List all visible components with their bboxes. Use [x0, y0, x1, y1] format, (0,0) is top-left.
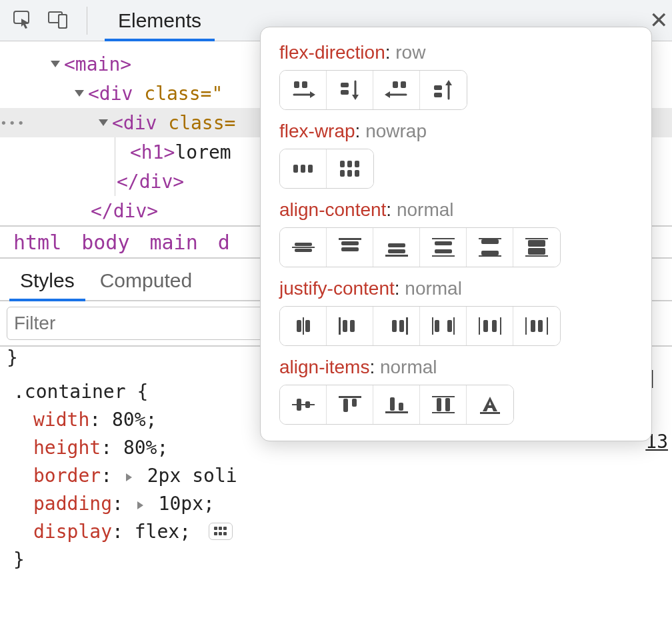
svg-rect-28 — [295, 249, 312, 252]
prop-name: justify-content — [279, 278, 395, 299]
align-items-stretch-icon[interactable] — [420, 385, 467, 424]
svg-rect-25 — [347, 170, 352, 177]
svg-rect-59 — [447, 320, 452, 332]
svg-rect-7 — [214, 532, 217, 535]
align-items-flex-start-icon[interactable] — [327, 385, 373, 424]
svg-rect-72 — [339, 396, 361, 398]
flex-direction-row-reverse-icon[interactable] — [373, 71, 420, 109]
svg-rect-38 — [435, 249, 452, 253]
flex-wrap-wrap-icon[interactable] — [327, 149, 373, 188]
svg-rect-42 — [481, 251, 499, 255]
svg-rect-18 — [293, 165, 298, 173]
prop-height[interactable]: height — [33, 437, 101, 459]
flex-direction-column-reverse-icon[interactable] — [420, 71, 467, 109]
val-padding[interactable]: 10px — [159, 493, 203, 515]
disclosure-arrow-icon[interactable] — [75, 90, 84, 97]
svg-rect-35 — [385, 255, 408, 257]
align-items-label: align-items: normal — [279, 357, 633, 378]
close-icon[interactable]: ✕ — [649, 7, 668, 33]
align-content-space-between-icon[interactable] — [467, 228, 513, 267]
attr-name: class= — [168, 112, 235, 134]
flex-wrap-nowrap-icon[interactable] — [280, 149, 327, 188]
prop-value: normal — [380, 357, 437, 377]
justify-content-flex-end-icon[interactable] — [373, 307, 420, 345]
svg-rect-54 — [392, 320, 397, 332]
svg-rect-58 — [435, 320, 439, 332]
svg-rect-63 — [492, 320, 497, 332]
tag-close: </div> — [91, 200, 158, 222]
justify-content-space-evenly-icon[interactable] — [513, 307, 560, 345]
disclosure-arrow-icon[interactable] — [99, 119, 108, 126]
prop-display[interactable]: display — [33, 521, 112, 543]
subtab-styles[interactable]: Styles — [16, 260, 79, 300]
svg-rect-48 — [297, 320, 301, 332]
prop-name: align-content — [279, 199, 386, 220]
tab-elements[interactable]: Elements — [105, 0, 215, 41]
justify-content-flex-start-icon[interactable] — [327, 307, 373, 345]
svg-rect-27 — [295, 243, 312, 246]
tree-indent-line — [115, 137, 115, 167]
align-content-label: align-content: normal — [279, 199, 633, 221]
crumb-div[interactable]: d — [218, 231, 230, 254]
prop-padding[interactable]: padding — [33, 493, 112, 515]
prop-value: row — [395, 42, 425, 63]
prop-value: normal — [397, 199, 454, 220]
svg-rect-64 — [500, 317, 501, 335]
svg-rect-32 — [341, 247, 359, 251]
tree-indent-line — [115, 167, 115, 196]
align-content-space-around-icon[interactable] — [420, 228, 467, 267]
align-items-center-icon[interactable] — [280, 385, 327, 424]
val-width[interactable]: 80% — [112, 409, 146, 431]
text-node: lorem — [175, 141, 231, 163]
justify-content-space-around-icon[interactable] — [467, 307, 513, 345]
flex-direction-row-icon[interactable] — [280, 71, 327, 109]
rule-close-brace: } — [13, 549, 25, 571]
justify-content-space-between-icon[interactable] — [420, 307, 467, 345]
rule-selector[interactable]: .container { — [13, 381, 148, 403]
svg-rect-6 — [223, 527, 227, 530]
svg-rect-33 — [388, 243, 405, 247]
align-content-center-icon[interactable] — [280, 228, 327, 267]
inspect-icon[interactable] — [12, 9, 35, 32]
svg-rect-50 — [303, 317, 304, 335]
device-toggle-icon[interactable] — [47, 9, 69, 32]
svg-rect-44 — [525, 238, 548, 239]
attr-value: " — [211, 83, 223, 105]
svg-rect-16 — [434, 85, 442, 90]
svg-rect-53 — [350, 320, 355, 332]
svg-rect-74 — [352, 399, 357, 407]
align-content-flex-start-icon[interactable] — [327, 228, 373, 267]
align-items-row: align-items: normal — [279, 357, 633, 425]
svg-rect-19 — [301, 165, 305, 173]
disclosure-arrow-icon[interactable] — [51, 61, 60, 67]
flex-editor-icon[interactable] — [209, 523, 233, 540]
align-items-baseline-icon[interactable] — [467, 385, 513, 424]
flexbox-editor-popover: flex-direction: row — [260, 27, 652, 441]
flex-direction-column-icon[interactable] — [327, 71, 373, 109]
svg-rect-68 — [547, 317, 548, 335]
justify-content-row: justify-content: normal — [279, 278, 633, 346]
svg-rect-34 — [388, 249, 405, 253]
align-items-flex-end-icon[interactable] — [373, 385, 420, 424]
flex-direction-label: flex-direction: row — [279, 42, 633, 63]
expand-shorthand-icon[interactable] — [126, 473, 132, 481]
align-content-stretch-icon[interactable] — [513, 228, 560, 267]
prop-border[interactable]: border — [33, 465, 101, 487]
justify-content-label: justify-content: normal — [279, 278, 633, 299]
svg-rect-24 — [340, 170, 345, 177]
prop-width[interactable]: width — [33, 409, 89, 431]
crumb-main[interactable]: main — [150, 231, 198, 254]
align-content-row: align-content: normal — [279, 199, 633, 267]
justify-content-center-icon[interactable] — [280, 307, 327, 345]
subtab-computed[interactable]: Computed — [96, 260, 196, 300]
align-content-flex-end-icon[interactable] — [373, 228, 420, 267]
val-border[interactable]: 2px soli — [147, 465, 237, 487]
svg-rect-40 — [479, 238, 501, 239]
expand-shorthand-icon[interactable] — [137, 501, 143, 509]
crumb-html[interactable]: html — [13, 231, 61, 254]
crumb-body[interactable]: body — [81, 231, 129, 254]
flex-direction-row: flex-direction: row — [279, 42, 633, 110]
val-display[interactable]: flex — [135, 521, 179, 543]
prop-name: flex-direction — [279, 42, 385, 63]
val-height[interactable]: 80% — [123, 437, 157, 459]
